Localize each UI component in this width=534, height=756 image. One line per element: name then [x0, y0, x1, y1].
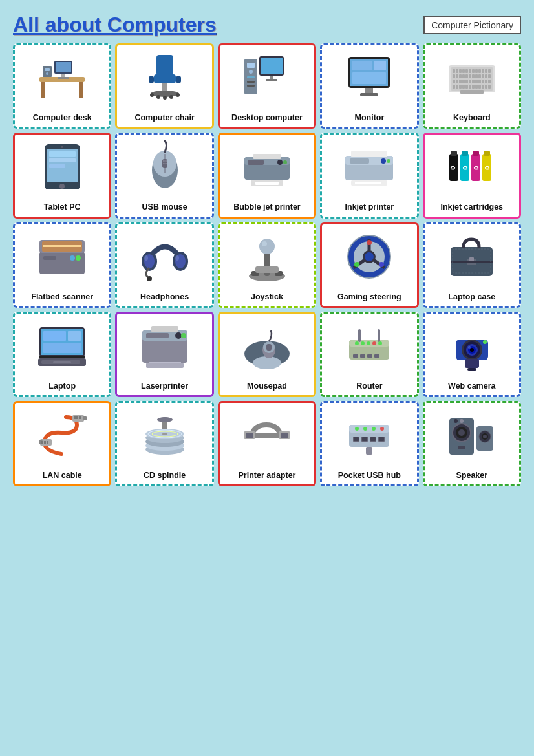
card-label: Flatbed scanner — [15, 289, 109, 306]
svg-rect-220 — [79, 416, 81, 419]
card-item: Computer chair — [115, 43, 213, 129]
card-image — [322, 135, 416, 199]
svg-point-254 — [458, 429, 465, 436]
svg-rect-215 — [47, 441, 48, 444]
card-image — [117, 314, 211, 378]
card-image — [220, 224, 314, 289]
card-image — [322, 314, 416, 378]
svg-rect-170 — [43, 343, 81, 353]
svg-rect-182 — [149, 362, 181, 363]
svg-point-147 — [262, 241, 267, 246]
svg-point-14 — [150, 93, 154, 97]
svg-rect-6 — [58, 77, 69, 79]
card-image — [15, 403, 109, 468]
svg-rect-60 — [478, 74, 481, 78]
svg-rect-19 — [149, 76, 154, 83]
svg-rect-169 — [68, 331, 81, 341]
svg-rect-59 — [475, 74, 478, 78]
svg-rect-109 — [248, 160, 264, 165]
svg-rect-244 — [370, 437, 376, 441]
svg-rect-213 — [41, 441, 43, 444]
card-label: Desktop computer — [220, 110, 314, 127]
svg-point-260 — [460, 419, 464, 423]
svg-rect-42 — [459, 69, 462, 73]
svg-rect-93 — [49, 164, 65, 168]
svg-rect-242 — [354, 437, 359, 441]
card-item: Keyboard — [423, 43, 521, 129]
card-image — [117, 135, 211, 199]
card-item: Laptop case — [423, 222, 521, 308]
svg-text:♻: ♻ — [449, 164, 455, 171]
card-item: ♻ ♻ ♻ ♻ Inkjet cartridges — [423, 133, 521, 218]
svg-rect-58 — [472, 74, 475, 78]
svg-rect-71 — [475, 80, 478, 83]
card-label: Gaming steering — [322, 289, 416, 306]
card-item: Router — [320, 312, 418, 397]
svg-rect-28 — [247, 76, 255, 78]
card-item: Laptop — [13, 312, 111, 397]
card-item: Joystick — [218, 222, 316, 308]
svg-point-142 — [144, 255, 148, 261]
main-title: All about Computers — [13, 13, 217, 37]
svg-point-229 — [162, 433, 167, 435]
svg-rect-163 — [469, 257, 474, 261]
card-item: Bubble jet printer — [218, 133, 316, 218]
card-label: USB mouse — [117, 199, 211, 216]
svg-rect-198 — [360, 354, 365, 358]
card-item: Speaker — [423, 401, 521, 486]
card-label: Mousepad — [220, 378, 314, 395]
svg-rect-112 — [351, 151, 387, 157]
svg-rect-84 — [478, 85, 481, 89]
card-image — [15, 45, 109, 110]
svg-point-193 — [361, 341, 365, 345]
svg-point-248 — [372, 427, 376, 431]
card-image — [220, 45, 314, 110]
svg-rect-53 — [456, 74, 458, 78]
svg-rect-150 — [255, 266, 279, 273]
svg-point-9 — [46, 72, 48, 75]
page-wrapper: All about Computers Computer Pictionary … — [8, 8, 526, 491]
card-image — [220, 403, 314, 468]
svg-point-95 — [61, 146, 63, 148]
svg-rect-1 — [41, 82, 45, 98]
card-item: Tablet PC — [13, 133, 111, 218]
svg-rect-65 — [456, 80, 458, 83]
card-label: CD spindle — [117, 468, 211, 484]
svg-rect-91 — [49, 151, 76, 157]
card-image — [425, 314, 519, 378]
svg-rect-8 — [45, 68, 50, 71]
svg-point-108 — [283, 160, 287, 164]
svg-rect-106 — [255, 182, 279, 185]
header: All about Computers Computer Pictionary — [13, 13, 521, 37]
svg-rect-37 — [360, 93, 378, 96]
svg-point-146 — [259, 239, 275, 254]
svg-point-15 — [176, 93, 180, 97]
card-item: Desktop computer — [218, 43, 316, 129]
svg-rect-178 — [151, 326, 178, 332]
svg-rect-179 — [146, 333, 169, 338]
svg-rect-214 — [44, 441, 46, 444]
svg-rect-75 — [488, 80, 491, 83]
svg-point-94 — [59, 184, 65, 189]
svg-rect-66 — [459, 80, 462, 83]
svg-text:♻: ♻ — [484, 164, 489, 171]
svg-point-259 — [483, 435, 487, 438]
svg-rect-208 — [465, 359, 479, 368]
svg-point-195 — [372, 341, 376, 345]
svg-rect-10 — [156, 55, 173, 76]
card-item: Inkjet printer — [320, 133, 418, 218]
svg-rect-11 — [154, 74, 176, 83]
card-label: Laptop case — [425, 289, 519, 306]
svg-rect-64 — [453, 80, 455, 83]
svg-rect-55 — [462, 74, 465, 78]
card-label: Router — [322, 378, 416, 395]
svg-point-184 — [253, 356, 281, 369]
svg-rect-30 — [247, 85, 255, 87]
card-item: Computer desk — [13, 43, 111, 129]
svg-rect-5 — [61, 74, 65, 77]
svg-rect-54 — [459, 74, 462, 78]
card-label: Laserprinter — [117, 378, 211, 395]
svg-rect-187 — [266, 344, 272, 351]
svg-rect-255 — [458, 446, 465, 449]
svg-rect-191 — [378, 329, 380, 342]
